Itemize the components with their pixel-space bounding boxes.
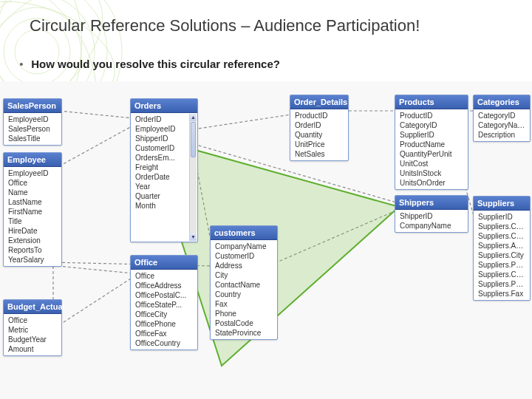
table-field[interactable]: OfficePhone: [131, 319, 197, 329]
table-field[interactable]: Suppliers.City: [474, 250, 530, 260]
table-field[interactable]: Suppliers.Co...: [474, 270, 530, 279]
table-field[interactable]: OfficeStateP...: [131, 300, 197, 310]
table-header[interactable]: Budget_Actual: [4, 300, 61, 314]
table-field[interactable]: EmployeeID: [131, 124, 190, 134]
table-field[interactable]: Name: [4, 188, 61, 197]
table-field[interactable]: Suppliers.Po...: [474, 260, 530, 270]
table-field[interactable]: ProductID: [395, 111, 468, 120]
table-header[interactable]: Categories: [474, 95, 530, 109]
table-field[interactable]: OrderID: [290, 120, 348, 130]
scroll-down-icon[interactable]: ▼: [190, 233, 197, 241]
table-header[interactable]: Order_Details: [290, 95, 348, 109]
table-field[interactable]: EmployeeID: [4, 168, 61, 178]
table-header[interactable]: Employee: [4, 153, 61, 167]
table-field[interactable]: OrderDate: [131, 172, 190, 182]
table-field[interactable]: Country: [211, 290, 277, 299]
table-field[interactable]: Office: [4, 316, 61, 325]
table-field[interactable]: ShipperID: [395, 211, 468, 221]
table-field[interactable]: Suppliers.Fax: [474, 289, 530, 299]
table-field[interactable]: Suppliers.Co...: [474, 222, 530, 231]
table-field[interactable]: UnitCost: [395, 159, 468, 168]
table-field[interactable]: ProductName: [395, 140, 468, 149]
table-header[interactable]: Shippers: [395, 196, 468, 210]
table-field[interactable]: CategoryID: [395, 120, 468, 130]
table-field[interactable]: Phone: [211, 309, 277, 318]
table-field[interactable]: Office: [4, 178, 61, 188]
table-field[interactable]: OrdersEm...: [131, 153, 190, 163]
table-field[interactable]: Metric: [4, 325, 61, 335]
table-field[interactable]: OfficePostalC...: [131, 290, 197, 300]
table-field[interactable]: CompanyName: [395, 221, 468, 231]
table-field[interactable]: Description: [474, 130, 530, 140]
table-field[interactable]: BudgetYear: [4, 335, 61, 344]
table-field[interactable]: Address: [211, 261, 277, 270]
table-header[interactable]: Products: [395, 95, 468, 109]
table-field[interactable]: Suppliers.Ph...: [474, 279, 530, 289]
table-header[interactable]: Office: [131, 256, 197, 270]
table-employee[interactable]: Employee EmployeeIDOfficeNameLastNameFir…: [3, 152, 62, 267]
table-field[interactable]: OfficeAddress: [131, 281, 197, 290]
table-field[interactable]: Fax: [211, 299, 277, 309]
table-field[interactable]: Title: [4, 216, 61, 226]
table-shippers[interactable]: Shippers ShipperIDCompanyName: [395, 195, 468, 233]
table-field[interactable]: CustomerID: [131, 143, 190, 153]
table-header[interactable]: Suppliers: [474, 197, 530, 211]
table-field[interactable]: ProductID: [290, 111, 348, 120]
table-salesperson[interactable]: SalesPerson EmployeeIDSalesPersonSalesTi…: [3, 98, 62, 146]
table-field[interactable]: CategoryName: [474, 120, 530, 130]
table-field[interactable]: EmployeeID: [4, 115, 61, 124]
table-field[interactable]: UnitsInStock: [395, 168, 468, 178]
table-field[interactable]: Year: [131, 182, 190, 191]
table-field[interactable]: CompanyName: [211, 242, 277, 251]
table-header[interactable]: SalesPerson: [4, 99, 61, 113]
scrollbar[interactable]: ▲ ▼: [189, 114, 197, 241]
table-field[interactable]: SupplierID: [474, 212, 530, 222]
table-field[interactable]: Suppliers.Co...: [474, 231, 530, 241]
table-field[interactable]: Quarter: [131, 191, 190, 201]
table-field[interactable]: OrderID: [131, 115, 190, 124]
table-field[interactable]: Extension: [4, 236, 61, 245]
table-field[interactable]: ShipperID: [131, 134, 190, 143]
table-field[interactable]: ReportsTo: [4, 245, 61, 255]
table-field[interactable]: QuantityPerUnit: [395, 149, 468, 159]
table-field[interactable]: UnitsOnOrder: [395, 178, 468, 188]
table-field[interactable]: CategoryID: [474, 111, 530, 120]
table-order-details[interactable]: Order_Details ProductIDOrderIDQuantityUn…: [290, 95, 349, 161]
table-suppliers[interactable]: Suppliers SupplierIDSuppliers.Co...Suppl…: [473, 196, 531, 301]
table-customers[interactable]: customers CompanyNameCustomerIDAddressCi…: [210, 225, 278, 340]
scroll-thumb[interactable]: [191, 122, 196, 157]
table-field[interactable]: Quantity: [290, 130, 348, 140]
table-field[interactable]: OfficeFax: [131, 329, 197, 338]
table-office[interactable]: Office OfficeOfficeAddressOfficePostalC.…: [130, 255, 198, 350]
table-header[interactable]: customers: [211, 226, 277, 240]
bullet-text: How would you resolve this circular refe…: [31, 58, 280, 70]
table-orders[interactable]: Orders OrderIDEmployeeIDShipperIDCustome…: [130, 98, 198, 242]
bullet-question: • How would you resolve this circular re…: [15, 58, 280, 70]
table-field[interactable]: City: [211, 270, 277, 280]
table-field[interactable]: FirstName: [4, 207, 61, 216]
table-field[interactable]: OfficeCountry: [131, 338, 197, 348]
table-field[interactable]: Freight: [131, 163, 190, 172]
table-field[interactable]: OfficeCity: [131, 310, 197, 319]
table-budget-actual[interactable]: Budget_Actual OfficeMetricBudgetYearAmou…: [3, 299, 62, 356]
table-field[interactable]: Suppliers.Ad...: [474, 241, 530, 250]
table-field[interactable]: HireDate: [4, 226, 61, 236]
table-field[interactable]: SalesTitle: [4, 134, 61, 143]
table-field[interactable]: Amount: [4, 344, 61, 354]
table-field[interactable]: StateProvince: [211, 328, 277, 338]
table-field[interactable]: YearSalary: [4, 255, 61, 265]
table-header[interactable]: Orders: [131, 99, 197, 113]
table-field[interactable]: ContactName: [211, 280, 277, 290]
table-field[interactable]: CustomerID: [211, 251, 277, 261]
table-field[interactable]: Month: [131, 201, 190, 211]
scroll-up-icon[interactable]: ▲: [190, 114, 197, 121]
table-field[interactable]: SupplierID: [395, 130, 468, 140]
table-field[interactable]: UnitPrice: [290, 140, 348, 149]
table-field[interactable]: SalesPerson: [4, 124, 61, 134]
table-field[interactable]: NetSales: [290, 149, 348, 159]
table-field[interactable]: PostalCode: [211, 318, 277, 328]
table-field[interactable]: Office: [131, 271, 197, 281]
table-categories[interactable]: Categories CategoryIDCategoryNameDescrip…: [473, 95, 531, 142]
table-field[interactable]: LastName: [4, 197, 61, 207]
table-products[interactable]: Products ProductIDCategoryIDSupplierIDPr…: [395, 95, 468, 190]
